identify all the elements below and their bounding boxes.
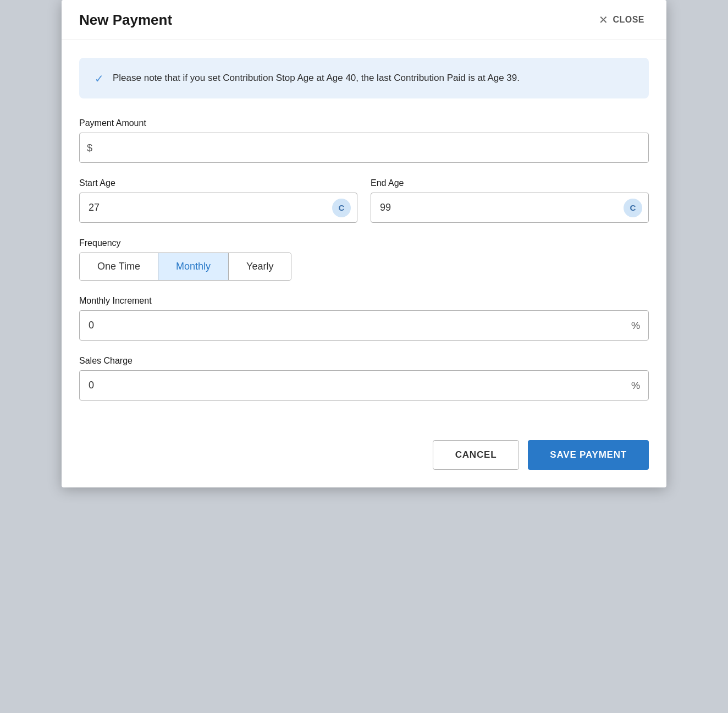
end-age-input[interactable] [371,193,649,223]
end-age-group: End Age C [371,178,649,223]
cancel-button[interactable]: CANCEL [433,440,520,470]
frequency-tabs: One Time Monthly Yearly [79,253,291,281]
payment-amount-label: Payment Amount [79,118,649,128]
monthly-increment-suffix: % [631,320,640,331]
tab-yearly[interactable]: Yearly [229,253,291,280]
modal-body: ✓ Please note that if you set Contributi… [62,40,666,429]
end-age-c-button[interactable]: C [624,199,642,217]
sales-charge-label: Sales Charge [79,356,649,366]
info-banner-text: Please note that if you set Contribution… [113,71,520,85]
frequency-label: Frequency [79,238,649,248]
start-age-wrapper: C [79,193,357,223]
close-label: CLOSE [613,15,644,25]
dollar-sign-icon: $ [87,142,92,153]
end-age-label: End Age [371,178,649,188]
close-x-icon: ✕ [599,13,609,26]
modal-title: New Payment [79,12,172,29]
payment-amount-wrapper: $ [79,133,649,163]
monthly-increment-label: Monthly Increment [79,296,649,306]
start-age-label: Start Age [79,178,357,188]
tab-monthly[interactable]: Monthly [158,253,229,280]
sales-charge-input[interactable] [79,370,649,401]
frequency-group: Frequency One Time Monthly Yearly [79,238,649,281]
sales-charge-suffix: % [631,380,640,391]
sales-charge-wrapper: % [79,370,649,401]
close-button[interactable]: ✕ CLOSE [594,11,649,29]
save-payment-button[interactable]: SAVE PAYMENT [528,440,649,470]
payment-amount-group: Payment Amount $ [79,118,649,163]
modal-header: New Payment ✕ CLOSE [62,0,666,40]
monthly-increment-wrapper: % [79,310,649,341]
monthly-increment-input[interactable] [79,310,649,341]
tab-one-time[interactable]: One Time [80,253,158,280]
backdrop: New Payment ✕ CLOSE ✓ Please note that i… [0,0,728,713]
monthly-increment-group: Monthly Increment % [79,296,649,341]
age-row: Start Age C End Age C [79,178,649,238]
info-banner: ✓ Please note that if you set Contributi… [79,58,649,98]
end-age-wrapper: C [371,193,649,223]
payment-amount-input[interactable] [79,133,649,163]
start-age-c-button[interactable]: C [332,199,351,217]
start-age-input[interactable] [79,193,357,223]
sales-charge-group: Sales Charge % [79,356,649,401]
modal-footer: CANCEL SAVE PAYMENT [62,429,666,487]
modal: New Payment ✕ CLOSE ✓ Please note that i… [62,0,666,487]
check-icon: ✓ [95,72,104,85]
start-age-group: Start Age C [79,178,357,223]
